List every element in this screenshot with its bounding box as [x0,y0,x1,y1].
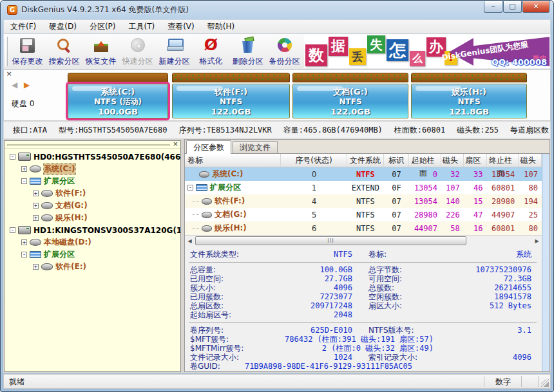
tree-toggle[interactable]: + [33,264,39,270]
tree-line [193,201,199,201]
disk-info-bar: 接口:ATA 型号:HGSTHTS545050A7E680 序列号:TE8513… [3,121,551,139]
menu-help[interactable]: 帮助(H) [201,20,241,33]
save-changes-button[interactable]: 保存更改 [9,34,46,69]
search-icon [57,38,72,53]
app-icon: G [7,5,17,15]
tree-item-hd1[interactable]: - HD1:KINGSTONSV300S37A120G(112GB) [5,224,180,236]
partition-icon [202,212,212,218]
tree-item-doc-g[interactable]: + 文档(G:) [5,200,180,212]
tree-item-soft-e[interactable]: + 软件(E:) [5,261,180,273]
partition-icon [202,198,212,205]
tree-toggle[interactable]: - [21,178,27,184]
format-button[interactable]: Ø 格式化 [193,34,229,69]
scroll-right-icon[interactable]: ▶ [533,237,541,245]
vertical-scrollbar[interactable] [542,154,549,371]
tree-item-fun-h[interactable]: + 娱乐(H:) [5,212,180,224]
partition-block-g[interactable]: 文档(G:) NTFS 122.0GB [292,73,408,118]
tree-line [193,214,199,215]
ad-tile: 数 [305,44,327,66]
partition-icon [41,202,53,209]
table-header-row[interactable]: 卷标 序号(状态) 文件系统 标识 起始柱面 磁头 扇区 终止柱面 磁头 [185,154,542,167]
menu-view[interactable]: 查看(V) [161,20,201,33]
partition-icon [41,214,53,221]
tree-header-track[interactable] [7,144,170,146]
extended-cap [411,73,527,82]
tree-toggle[interactable]: + [33,203,39,209]
tree-toggle[interactable]: + [21,239,27,245]
app-window: G DiskGenius V4.9.2.371 x64 免费版(单文件版) – … [0,0,554,392]
partition-table: 卷标 序号(状态) 文件系统 标识 起始柱面 磁头 扇区 终止柱面 磁头 系统(… [185,154,542,235]
tree-toggle[interactable]: - [21,252,27,257]
menu-file[interactable]: 文件(F) [4,20,43,33]
quick-partition-button: 快速分区 [119,34,156,69]
table-row-fun-h[interactable]: 娱乐(H:) 6 NTFS 07 44907 58 16 60801 80 [185,221,542,235]
panel-close-icon[interactable]: × [5,70,13,78]
tree-close-icon[interactable]: × [172,141,179,148]
window-title: DiskGenius V4.9.2.371 x64 免费版(单文件版) [21,5,189,15]
tree-item-system-c[interactable]: + 系统(C:) [5,163,180,175]
hdd-icon [18,226,31,234]
scrollbar-thumb[interactable] [195,236,466,245]
close-button[interactable]: × [522,1,549,13]
partition-detail-panel: 分区参数 浏览文件 卷标 序号(状态) 文件系统 标识 起始柱面 磁头 扇区 终… [184,139,550,372]
tab-partition-params[interactable]: 分区参数 [186,140,231,154]
main-area: × - HD0:HGSTHTS545050A7E680(466GB) + 系统(… [3,139,551,373]
delete-partition-button[interactable]: 删除分区 [229,34,266,69]
table-row-system-c[interactable]: 系统(C:) 0 NTFS 07 0 32 33 13054 107 [185,167,542,181]
ad-banner[interactable]: 数 据 丢 失 怎 么 办 ! DiskGenius团队为您服 致电 QQ: 4… [304,35,549,68]
table-row-doc-g[interactable]: 文档(G:) 5 NTFS 07 28980 226 47 44907 25 [185,208,542,221]
scroll-left-icon[interactable]: ◀ [186,237,194,245]
backup-partition-button[interactable]: 备份分区 [266,34,303,69]
tree-item-hd0[interactable]: - HD0:HGSTHTS545050A7E680(466GB) [5,151,180,163]
partition-block-f[interactable]: 软件(F:) NTFS 122.0GB [172,73,290,118]
primary-cap [68,73,168,82]
search-partition-button[interactable]: 搜索分区 [46,34,82,69]
extended-partition-icon [30,251,41,258]
next-disk-icon[interactable]: ▶ [24,80,32,89]
menu-tools[interactable]: 工具(T) [122,20,161,33]
prev-disk-icon[interactable]: ◀ [12,80,19,89]
partition-icon [30,239,41,246]
horizontal-scrollbar[interactable]: ◀ ▶ [185,235,542,246]
tree-toggle[interactable]: + [33,191,39,196]
partition-icon [199,171,209,178]
status-text: 就绪 [9,377,24,387]
tree-toggle[interactable]: - [10,154,15,160]
title-bar[interactable]: G DiskGenius V4.9.2.371 x64 免费版(单文件版) – … [1,1,553,19]
partition-icon [41,263,53,270]
table-row-extended[interactable]: -扩展分区 1 EXTEND 0F 13054 107 46 60801 80 [185,181,542,194]
disk-label: 硬盘 0 [12,98,34,109]
extended-partition-icon [30,178,41,185]
disk-tree-panel: × - HD0:HGSTHTS545050A7E680(466GB) + 系统(… [4,140,181,372]
row-toggle[interactable]: - [187,185,193,191]
ad-qq-number: QQ: 400008 [492,57,547,67]
tree-toggle[interactable]: - [10,227,15,233]
tree-toggle[interactable]: + [33,215,39,221]
table-row-soft-f[interactable]: 软件(F:) 4 NTFS 07 13054 140 15 28980 194 [185,194,542,208]
tree-item-local-d[interactable]: + 本地磁盘(D:) [5,236,180,248]
resize-grip[interactable] [541,379,549,387]
recover-files-button[interactable]: 恢复文件 [82,34,119,69]
menu-disk[interactable]: 硬盘(D) [43,20,83,33]
extended-cap [292,73,408,82]
new-partition-icon [167,39,182,51]
tree-toggle[interactable]: + [21,166,27,172]
tree-item-soft-f[interactable]: + 软件(F:) [5,187,180,200]
toolbar-grip[interactable] [5,37,8,66]
tab-browse-files[interactable]: 浏览文件 [233,141,278,153]
new-partition-button[interactable]: 新建分区 [156,34,193,69]
quick-partition-icon [131,38,145,52]
status-separator [538,376,539,387]
toolbar: 保存更改 搜索分区 恢复文件 快速分区 新建分区 Ø 格式化 删除分区 备份分区 [3,33,551,70]
tree-item-extended-hd1[interactable]: - 扩展分区 [5,248,180,261]
menu-partition[interactable]: 分区(P) [83,20,122,33]
partition-block-h[interactable]: 娱乐(H:) NTFS 121.8GB [411,73,527,118]
partition-block-c[interactable]: 系统(C:) NTFS (活动) 100.0GB [68,73,168,118]
status-bar: 就绪 数字 [3,374,551,389]
format-icon: Ø [204,37,218,53]
maximize-button[interactable]: □ [503,1,522,13]
partition-icon [202,225,212,232]
divider [189,322,537,323]
tree-item-extended-hd0[interactable]: - 扩展分区 [5,175,180,187]
minimize-button[interactable]: – [484,1,502,13]
